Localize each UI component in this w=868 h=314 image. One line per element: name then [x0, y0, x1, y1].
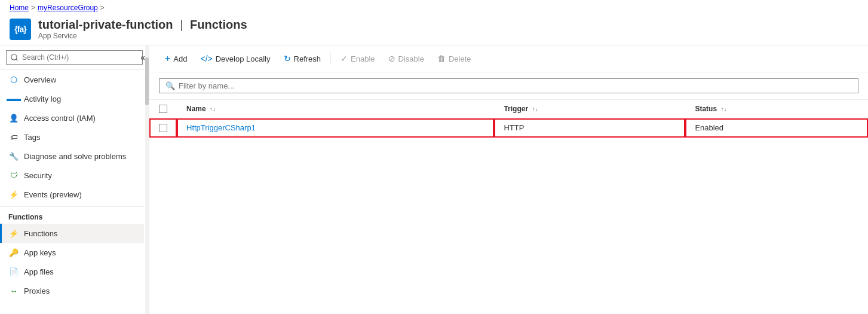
overview-icon: ⬡ — [8, 74, 19, 85]
sidebar-scrollbar-track — [145, 45, 149, 314]
sidebar-item-label: Functions — [24, 229, 57, 238]
breadcrumb-sep1: > — [31, 4, 35, 12]
delete-label: Delete — [449, 54, 471, 63]
develop-locally-icon: </> — [200, 54, 212, 63]
delete-button[interactable]: 🗑 Delete — [431, 51, 477, 66]
page-header: {fa} tutorial-private-function | Functio… — [0, 16, 868, 45]
column-status-label: Status — [695, 105, 717, 113]
sidebar-item-label: Tags — [24, 133, 40, 142]
sidebar-item-app-keys[interactable]: 🔑 App keys — [0, 243, 144, 262]
sidebar-item-label: Access control (IAM) — [24, 114, 96, 123]
search-input[interactable] — [6, 50, 143, 65]
page-title: tutorial-private-function | Functions — [38, 18, 247, 32]
row-checkbox-cell — [149, 118, 177, 138]
refresh-icon: ↻ — [284, 54, 291, 63]
page-header-text: tutorial-private-function | Functions Ap… — [38, 18, 247, 40]
refresh-button[interactable]: ↻ Refresh — [278, 51, 327, 66]
sidebar-item-label: Diagnose and solve problems — [24, 152, 126, 161]
sidebar-item-label: App keys — [24, 248, 56, 257]
column-checkbox — [149, 100, 177, 118]
column-trigger-label: Trigger — [504, 105, 528, 113]
column-status: Status ↑↓ — [685, 100, 868, 118]
sidebar-item-proxies[interactable]: ↔ Proxies — [0, 281, 144, 300]
functions-table-container: Name ↑↓ Trigger ↑↓ Status ↑↓ — [149, 100, 868, 314]
toolbar: + Add </> Develop Locally ↻ Refresh ✓ En… — [149, 45, 868, 72]
column-name: Name ↑↓ — [177, 100, 494, 118]
events-icon: ⚡ — [8, 189, 19, 200]
column-name-label: Name — [186, 105, 206, 113]
function-name-link[interactable]: HttpTriggerCSharp1 — [186, 123, 256, 132]
enable-button[interactable]: ✓ Enable — [335, 51, 381, 66]
app-files-icon: 📄 — [8, 266, 19, 277]
sidebar-item-label: Overview — [24, 75, 56, 84]
sidebar-section-functions: Functions — [0, 206, 144, 224]
sidebar-scrollbar-thumb[interactable] — [145, 57, 149, 105]
refresh-label: Refresh — [294, 54, 321, 63]
tags-icon: 🏷 — [8, 132, 19, 142]
trigger-sort-icon[interactable]: ↑↓ — [532, 106, 538, 112]
select-all-checkbox[interactable] — [159, 105, 167, 113]
app-keys-icon: 🔑 — [8, 247, 19, 258]
row-checkbox[interactable] — [159, 124, 167, 132]
access-control-icon: 👤 — [8, 112, 19, 123]
develop-locally-label: Develop Locally — [216, 54, 271, 63]
resource-icon: {fa} — [10, 19, 31, 40]
develop-locally-button[interactable]: </> Develop Locally — [194, 51, 276, 66]
sidebar-search-container — [0, 45, 149, 70]
activity-log-icon: ▬▬ — [8, 93, 19, 104]
page-subtitle: App Service — [38, 32, 247, 40]
sidebar-item-label: Events (preview) — [24, 190, 82, 199]
row-status-cell: Enabled — [685, 118, 868, 138]
filter-input[interactable] — [179, 81, 852, 90]
table-row: HttpTriggerCSharp1 HTTP Enabled — [149, 118, 868, 138]
sidebar-item-label: App files — [24, 267, 54, 276]
sidebar-item-label: Activity log — [24, 94, 61, 103]
add-label: Add — [173, 54, 187, 63]
column-trigger: Trigger ↑↓ — [494, 100, 685, 118]
resource-name: tutorial-private-function — [38, 18, 173, 31]
filter-input-container: 🔍 — [159, 78, 858, 93]
breadcrumb-resource-group[interactable]: myResourceGroup — [38, 4, 98, 12]
resource-icon-label: {fa} — [14, 25, 26, 34]
disable-icon: ⊘ — [388, 54, 395, 63]
sidebar-item-overview[interactable]: ⬡ Overview — [0, 70, 144, 89]
breadcrumb-sep2: > — [100, 4, 105, 12]
enable-label: Enable — [351, 54, 375, 63]
delete-icon: 🗑 — [437, 54, 446, 63]
sidebar-item-security[interactable]: 🛡 Security — [0, 166, 144, 185]
name-sort-icon[interactable]: ↑↓ — [210, 106, 216, 112]
sidebar-item-tags[interactable]: 🏷 Tags — [0, 127, 144, 147]
diagnose-icon: 🔧 — [8, 151, 19, 161]
functions-icon: ⚡ — [8, 228, 19, 239]
functions-table: Name ↑↓ Trigger ↑↓ Status ↑↓ — [149, 100, 868, 138]
sidebar-item-events[interactable]: ⚡ Events (preview) — [0, 185, 144, 204]
toolbar-separator — [330, 53, 331, 65]
page-section: Functions — [190, 18, 247, 31]
disable-label: Disable — [398, 54, 424, 63]
enable-icon: ✓ — [341, 54, 348, 63]
disable-button[interactable]: ⊘ Disable — [382, 51, 430, 66]
add-icon: + — [165, 53, 170, 64]
filter-bar: 🔍 — [149, 72, 868, 100]
breadcrumb: Home > myResourceGroup > — [0, 0, 868, 16]
sidebar-item-app-files[interactable]: 📄 App files — [0, 262, 144, 281]
sidebar-collapse-button[interactable]: « — [140, 53, 145, 62]
sidebar-item-label: Security — [24, 171, 52, 180]
row-trigger-cell: HTTP — [494, 118, 685, 138]
row-name-cell: HttpTriggerCSharp1 — [177, 118, 494, 138]
proxies-icon: ↔ — [8, 285, 19, 296]
sidebar-item-activity-log[interactable]: ▬▬ Activity log — [0, 89, 144, 108]
add-button[interactable]: + Add — [159, 50, 193, 67]
sidebar: « ⬡ Overview ▬▬ Activity log 👤 Access co… — [0, 45, 149, 314]
content-area: + Add </> Develop Locally ↻ Refresh ✓ En… — [149, 45, 868, 314]
security-icon: 🛡 — [8, 170, 19, 181]
breadcrumb-home[interactable]: Home — [10, 4, 29, 12]
sidebar-item-functions[interactable]: ⚡ Functions — [0, 224, 144, 243]
sidebar-item-label: Proxies — [24, 286, 50, 295]
status-sort-icon[interactable]: ↑↓ — [720, 106, 726, 112]
filter-icon: 🔍 — [165, 81, 175, 90]
sidebar-item-diagnose[interactable]: 🔧 Diagnose and solve problems — [0, 147, 144, 166]
sidebar-item-access-control[interactable]: 👤 Access control (IAM) — [0, 108, 144, 127]
